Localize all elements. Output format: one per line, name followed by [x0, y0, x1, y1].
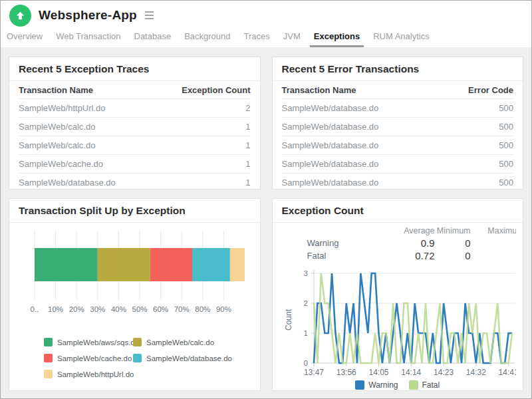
table-row: SampleWeb/database.do500 — [282, 118, 514, 136]
table-row: SampleWeb/database.do500 — [282, 174, 514, 190]
series-line-warning — [314, 273, 512, 363]
y-tick-label: 0 — [303, 359, 307, 367]
legend-swatch — [409, 380, 418, 390]
panel-title: Exception Count — [273, 199, 523, 223]
transaction-name-cell: SampleWeb/database.do — [19, 178, 116, 188]
line-chart: 012313:4713:5614:0514:1414:2314:3214:41C… — [282, 263, 523, 380]
tab-exceptions[interactable]: Exceptions — [310, 30, 364, 47]
tab-overview[interactable]: Overview — [3, 30, 47, 45]
legend-item[interactable]: SampleWeb/calc.do — [133, 338, 260, 346]
y-tick-label: 3 — [303, 269, 307, 277]
value-cell: 500 — [499, 159, 513, 169]
column-header: Transaction Name — [282, 85, 356, 95]
line-chart-legend: WarningFatal — [273, 380, 523, 390]
tab-bar: OverviewWeb TransactionDatabaseBackgroun… — [1, 30, 531, 47]
tab-traces[interactable]: Traces — [240, 30, 274, 45]
legend-item[interactable]: Fatal — [409, 380, 440, 390]
legend-label: Fatal — [422, 380, 440, 390]
app-window: Websphere-App OverviewWeb TransactionDat… — [0, 0, 532, 399]
stats-column-header: Average — [380, 223, 435, 237]
table-header-row: Transaction NameException Count — [19, 81, 251, 99]
exception-stats-table: AverageMinimumMaximumWarning0.903Fatal0.… — [282, 223, 499, 262]
y-tick-label: 1 — [303, 329, 307, 337]
table-header-row: Transaction NameError Code — [282, 81, 514, 99]
transaction-name-cell: SampleWeb/calc.do — [19, 122, 95, 132]
x-tick-label: 13:56 — [336, 368, 356, 377]
legend-swatch — [355, 380, 364, 390]
transaction-name-cell: SampleWeb/database.do — [282, 159, 379, 169]
column-header: Transaction Name — [19, 85, 93, 95]
bar-segment-cache.do — [150, 248, 192, 281]
legend-swatch — [44, 354, 53, 362]
panel-recent-exception-traces: Recent 5 Exception Traces Transaction Na… — [9, 57, 261, 190]
transaction-name-cell: SampleWeb/httpUrl.do — [19, 103, 106, 113]
line-chart-plot: 012313:4713:5614:0514:1414:2314:3214:41C… — [282, 263, 516, 378]
value-cell: 1 — [245, 122, 250, 132]
hamburger-menu-icon[interactable] — [143, 9, 156, 21]
tab-database[interactable]: Database — [130, 30, 176, 45]
legend-swatch — [44, 370, 53, 378]
stacked-bar-plot: 0..10%20%30%40%50%60%70%80%90% — [19, 228, 253, 318]
bar-segment-database.do — [192, 248, 230, 281]
value-cell: 500 — [499, 103, 513, 113]
x-tick-label: 14:41 — [498, 368, 515, 377]
value-cell: 500 — [499, 140, 513, 150]
x-tick-label: 30% — [90, 305, 105, 313]
y-axis-label: Count — [284, 309, 293, 331]
tab-jvm[interactable]: JVM — [279, 30, 305, 45]
transaction-name-cell: SampleWeb/calc.do — [19, 140, 95, 150]
column-header: Error Code — [468, 85, 513, 95]
bar-segment-httpUrl.do — [230, 248, 245, 281]
stats-row-label: Warning — [307, 237, 380, 249]
value-cell: 500 — [499, 122, 513, 132]
x-tick-label: 10% — [48, 305, 63, 313]
x-tick-label: 80% — [195, 305, 210, 313]
stats-value: 3 — [471, 249, 516, 262]
legend-label: SampleWeb/cache.do — [57, 354, 132, 362]
app-header: Websphere-App — [1, 1, 531, 30]
legend-label: Warning — [368, 380, 398, 390]
stats-row-label: Fatal — [307, 249, 380, 262]
stats-value: 0 — [435, 237, 471, 249]
legend-label: SampleWeb/httpUrl.do — [57, 370, 134, 378]
page-title: Websphere-App — [39, 8, 137, 23]
value-cell: 1 — [245, 178, 250, 188]
x-tick-label: 60% — [153, 305, 168, 313]
stats-value: 3 — [471, 237, 516, 249]
table-row: SampleWeb/database.do500 — [282, 155, 514, 174]
tab-web-transaction[interactable]: Web Transaction — [52, 30, 124, 45]
legend-item[interactable]: Warning — [355, 380, 398, 390]
legend-label: SampleWeb/database.do — [146, 354, 232, 362]
dashboard-content: Recent 5 Exception Traces Transaction Na… — [1, 47, 531, 398]
x-tick-label: 90% — [216, 305, 231, 313]
legend-swatch — [133, 354, 142, 362]
legend-item[interactable]: SampleWeb/cache.do — [44, 354, 133, 362]
table-row: SampleWeb/calc.do1 — [19, 136, 251, 155]
transaction-name-cell: SampleWeb/database.do — [282, 140, 379, 150]
x-tick-label: 14:32 — [466, 368, 485, 377]
legend-label: SampleWeb/calc.do — [146, 338, 214, 346]
stats-value: 0.72 — [380, 249, 435, 262]
legend-item[interactable]: SampleWeb/aws/sqs.do — [44, 338, 133, 346]
legend-swatch — [133, 338, 142, 346]
x-tick-label: 14:14 — [401, 368, 421, 377]
tab-background[interactable]: Background — [180, 30, 234, 45]
table-row: SampleWeb/httpUrl.do2 — [19, 99, 251, 118]
stacked-bar-chart: 0..10%20%30%40%50%60%70%80%90% — [9, 223, 260, 321]
panel-recent-error-transactions: Recent 5 Error Transactions Transaction … — [272, 57, 524, 190]
value-cell: 500 — [499, 178, 513, 188]
error-transactions-table: Transaction NameError CodeSampleWeb/data… — [273, 81, 523, 190]
legend-item[interactable]: SampleWeb/httpUrl.do — [44, 370, 133, 378]
transaction-name-cell: SampleWeb/database.do — [282, 103, 379, 113]
bar-segment-sqs.do — [35, 248, 98, 281]
table-row: SampleWeb/cache.do1 — [19, 155, 251, 174]
legend-swatch — [44, 338, 53, 346]
tab-rum-analytics[interactable]: RUM Analytics — [369, 30, 434, 45]
panel-exception-count: Exception Count AverageMinimumMaximumWar… — [272, 198, 524, 391]
x-tick-label: 14:23 — [434, 368, 454, 377]
x-tick-label: 14:05 — [368, 368, 388, 377]
exception-traces-table: Transaction NameException CountSampleWeb… — [9, 81, 260, 190]
table-row: SampleWeb/database.do500 — [282, 136, 514, 155]
legend-item[interactable]: SampleWeb/database.do — [133, 354, 260, 362]
stats-value: 0.9 — [380, 237, 435, 249]
